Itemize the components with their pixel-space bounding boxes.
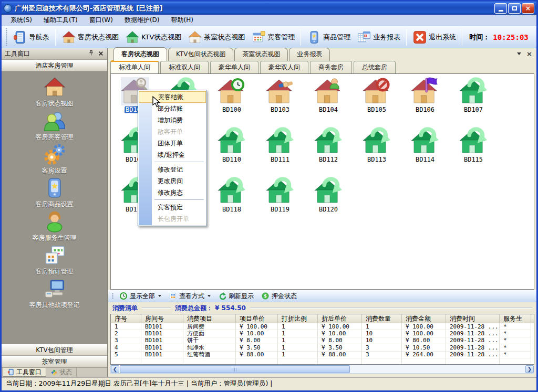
table-cell [236, 358, 278, 365]
menu-item-1[interactable]: 辅助工具(T) [38, 15, 84, 26]
chevron-down-icon[interactable] [517, 52, 521, 55]
room-context-menu: 宾客结账部分结账增加消费散客开单团体开单续/退押金修改登记更改房间修改房态宾客预… [138, 90, 207, 226]
chevron-down-icon[interactable] [208, 295, 211, 297]
sidebar-item-2[interactable]: 客房设置 [7, 143, 102, 176]
room-BD100[interactable]: BD100 [208, 77, 256, 127]
menu-item-2[interactable]: 窗口(W) [84, 15, 119, 26]
sidebar-group-ktv[interactable]: KTV包间管理 [2, 344, 107, 356]
room-BD115[interactable]: BD115 [449, 127, 498, 177]
maximize-button[interactable] [508, 3, 521, 14]
context-menu-item-9[interactable]: 宾客预定 [139, 202, 206, 213]
room-BD118[interactable]: BD118 [208, 177, 256, 227]
room-BD110[interactable]: BD110 [208, 127, 256, 177]
table-row[interactable]: 1BD101房间费¥ 100.001¥ 100.001¥ 100.002009-… [111, 323, 534, 330]
sidebar-item-4[interactable]: 客房服务生管理 [7, 210, 102, 243]
sidebar-bottom-tab-1[interactable]: 状态 [46, 368, 77, 377]
context-menu-item-0[interactable]: 宾客结账 [139, 91, 206, 103]
table-row[interactable]: 5BD101红葡萄酒¥ 88.001¥ 88.003¥ 264.002009-1… [111, 352, 534, 358]
room-tab-4[interactable]: 商务套房 [310, 61, 352, 73]
context-menu-item-4[interactable]: 团体开单 [139, 137, 206, 149]
room-tab-1[interactable]: 标准双人间 [160, 61, 209, 73]
room-BD111[interactable]: BD111 [256, 127, 304, 177]
toolbar-separator [55, 29, 56, 46]
context-menu-item-2[interactable]: 增加消费 [139, 114, 206, 126]
toolbar-button-0[interactable]: 导航条 [9, 28, 53, 46]
table-row[interactable]: 2BD101方便面¥ 10.001¥ 10.0010¥ 100.002009-1… [111, 330, 534, 337]
context-menu-item-7[interactable]: 更改房间 [139, 175, 206, 187]
chevron-down-icon[interactable] [158, 295, 161, 297]
column-header-3[interactable]: 项目单价 [236, 314, 278, 323]
toolbar-button-3[interactable]: 茶室状态视图 [184, 28, 248, 46]
toolbar-button-2[interactable]: KTV状态视图 [122, 28, 184, 46]
context-menu-item-8[interactable]: 修改房态 [139, 187, 206, 198]
room-BD112[interactable]: BD112 [304, 127, 353, 177]
action-button-3[interactable]: $押金状态 [257, 291, 301, 301]
status-icon [50, 369, 58, 376]
scrollbar-thumb[interactable] [120, 365, 350, 373]
column-header-5[interactable]: 折后单价 [318, 314, 362, 323]
room-tab-5[interactable]: 总统套房 [354, 61, 396, 73]
pin-icon[interactable] [88, 49, 95, 59]
action-button-2[interactable]: 刷新显示 [214, 291, 257, 301]
toolbar-button-6[interactable]: 业务报表 [354, 28, 404, 46]
toolbar-button-1[interactable]: 客房状态视图 [58, 28, 122, 46]
toolbar-button-7[interactable]: 退出系统 [409, 28, 459, 46]
action-button-0[interactable]: 显示全部 [116, 291, 165, 301]
close-icon[interactable] [98, 49, 104, 59]
tab-0[interactable]: 客房状态视图 [113, 47, 167, 61]
minimize-button[interactable] [494, 3, 507, 14]
context-menu-item-6[interactable]: 修改登记 [139, 164, 206, 175]
tab-3[interactable]: 业务报表 [289, 48, 330, 61]
sidebar-item-6[interactable]: 客房其他款项登记 [7, 277, 102, 311]
sidebar-item-1[interactable]: 客房宾客管理 [7, 109, 102, 143]
column-header-2[interactable]: 消费项目 [183, 314, 236, 323]
room-BD103[interactable]: BD103 [256, 77, 304, 127]
column-header-6[interactable]: 消费数量 [362, 314, 402, 323]
menu-item-3[interactable]: 数据维护(D) [119, 15, 165, 26]
room-BD120[interactable]: BD120 [304, 177, 353, 227]
sidebar-item-3[interactable]: 客房商品设置 [7, 176, 102, 210]
room-BD104[interactable]: BD104 [304, 77, 353, 127]
room-BD119[interactable]: BD119 [256, 177, 304, 227]
toolbar-button-4[interactable]: 宾客管理 [248, 28, 298, 46]
column-header-9[interactable]: 服务生 [500, 314, 531, 323]
close-button[interactable]: × [522, 3, 534, 14]
horizontal-scrollbar[interactable]: ❮ ❯ [110, 365, 534, 374]
sidebar-group-tea[interactable]: 茶室管理 [2, 356, 107, 367]
room-BD114[interactable]: BD114 [401, 127, 449, 177]
sidebar-group-hotel-rooms[interactable]: 酒店客房管理 [2, 60, 107, 71]
column-header-0[interactable]: 序号 [111, 314, 141, 323]
sidebar-item-0[interactable]: 客房状态视图 [7, 76, 102, 109]
room-tab-2[interactable]: 豪华单人间 [210, 61, 258, 73]
room-BD107[interactable]: BD107 [449, 77, 498, 127]
table-cell: 3 [362, 352, 402, 358]
menu-item-0[interactable]: 系统(S) [5, 15, 38, 26]
tab-1[interactable]: KTV包间状态视图 [168, 48, 233, 61]
column-header-1[interactable]: 房间号 [141, 314, 183, 323]
actionbar-gripper[interactable] [111, 292, 114, 300]
table-row[interactable]: 3BD101饼干¥ 8.001¥ 8.0010¥ 80.002009-11-28… [111, 337, 534, 344]
room-tab-3[interactable]: 豪华双人间 [260, 61, 308, 73]
context-menu-item-1[interactable]: 部分结账 [139, 103, 206, 114]
column-header-7[interactable]: 消费金额 [402, 314, 446, 323]
room-BD105[interactable]: BD105 [353, 77, 401, 127]
menu-item-4[interactable]: 帮助(H) [165, 15, 199, 26]
column-header-8[interactable]: 消费时间 [446, 314, 500, 323]
room-BD106[interactable]: BD106 [401, 77, 449, 127]
tab-2[interactable]: 茶室状态视图 [234, 48, 288, 61]
toolbar-gripper[interactable] [5, 28, 8, 46]
close-tab-icon[interactable]: × [526, 50, 532, 57]
context-menu-item-5[interactable]: 续/退押金 [139, 149, 206, 161]
table-row[interactable]: 4BD101纯净水¥ 3.501¥ 3.503¥ 10.502009-11-28… [111, 344, 534, 351]
toolbar-button-5[interactable]: 商品管理 [304, 28, 354, 46]
room-label: BD115 [463, 156, 484, 163]
scroll-left-icon[interactable]: ❮ [111, 365, 119, 373]
sidebar-item-5[interactable]: 客房预订管理 [7, 243, 102, 277]
column-header-4[interactable]: 打折比例 [278, 314, 318, 323]
action-button-1[interactable]: 查看方式 [165, 291, 214, 301]
scroll-right-icon[interactable]: ❯ [525, 365, 534, 373]
room-label: BD114 [415, 156, 436, 163]
sidebar-bottom-tab-0[interactable]: 工具窗口 [3, 368, 46, 377]
room-tab-0[interactable]: 标准单人间 [110, 60, 159, 73]
room-BD113[interactable]: BD113 [353, 127, 401, 177]
